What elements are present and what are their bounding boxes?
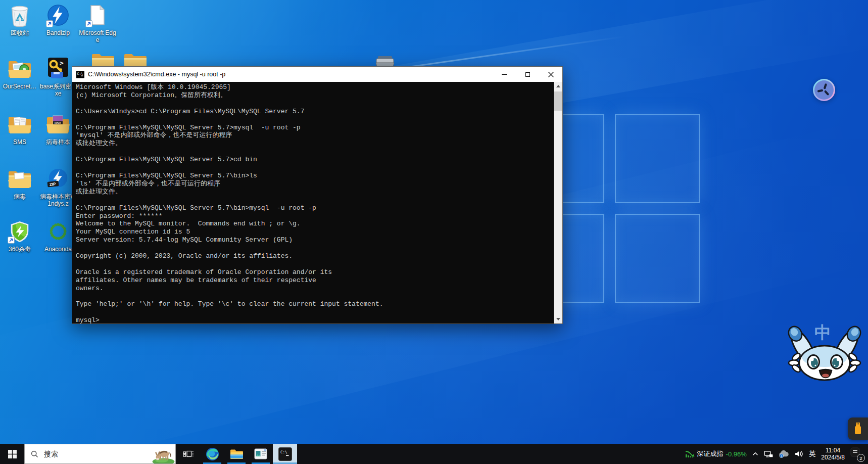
shortcut-arrow-icon xyxy=(85,20,92,27)
usb-eject-widget[interactable] xyxy=(848,417,868,440)
usb-drive-icon xyxy=(853,422,863,436)
taskbar: C:\ 深证成指 -0.96% xyxy=(0,444,868,464)
search-icon xyxy=(31,450,38,458)
desktop-pet-mascot[interactable] xyxy=(781,318,868,384)
taskbar-edge[interactable] xyxy=(200,444,224,464)
task-view-button[interactable] xyxy=(176,444,200,464)
icon-label: Anaconda xyxy=(44,246,72,253)
desktop-icon-360-antivirus[interactable]: 360杀毒 xyxy=(1,219,39,253)
notification-center-button[interactable]: 2 xyxy=(850,447,864,460)
folder-icon xyxy=(8,167,32,191)
tray-chevron-up-icon[interactable] xyxy=(752,452,758,456)
clock-time: 11:04 xyxy=(821,447,845,454)
icon-label: OurSecret… xyxy=(3,83,37,90)
folder-rar-icon: RAR xyxy=(46,112,70,136)
svg-text:C:\: C:\ xyxy=(77,72,83,76)
windows-logo-pane xyxy=(615,214,700,303)
taskbar-photos-app[interactable] xyxy=(249,444,273,464)
assistant-logo-icon xyxy=(814,80,834,100)
window-titlebar[interactable]: C:\ C:\Windows\system32\cmd.exe - mysql … xyxy=(72,67,562,82)
cmd-window: C:\ C:\Windows\system32\cmd.exe - mysql … xyxy=(72,66,563,324)
desktop-icon-virus[interactable]: 病毒 xyxy=(1,167,39,200)
notification-count-badge: 2 xyxy=(857,454,865,462)
icon-label: 回收站 xyxy=(11,29,29,36)
folder-photo-icon xyxy=(8,57,32,81)
close-button[interactable] xyxy=(539,67,562,82)
system-tray: 深证成指 -0.96% i 英 11:04 xyxy=(685,444,868,464)
maximize-button[interactable] xyxy=(516,67,539,82)
shortcut-arrow-icon xyxy=(46,20,53,27)
blank-file-icon xyxy=(85,3,110,27)
svg-text:C:\: C:\ xyxy=(280,449,287,454)
stock-ticker[interactable]: 深证成指 -0.96% xyxy=(685,449,747,458)
search-doodle-donkey-image[interactable] xyxy=(152,444,175,463)
anaconda-icon xyxy=(46,219,70,244)
bandizip-icon xyxy=(46,3,70,27)
shortcut-arrow-icon xyxy=(8,237,15,244)
terminal-area[interactable]: Microsoft Windows [版本 10.0.19045.2965] (… xyxy=(72,82,562,323)
stock-chart-icon xyxy=(685,450,695,458)
icon-label: 病毒样本 xyxy=(46,138,70,146)
stock-name: 深证成指 xyxy=(697,449,724,458)
stock-change: -0.96% xyxy=(726,450,747,458)
start-button[interactable] xyxy=(0,444,24,464)
svg-text:>: > xyxy=(60,59,64,67)
volume-icon[interactable] xyxy=(794,450,803,457)
icon-label: Microsoft Edge xyxy=(78,29,117,43)
desktop-icon-bandizip[interactable]: Bandizip xyxy=(39,3,77,36)
icon-label: SMS xyxy=(13,138,26,146)
taskbar-file-explorer[interactable] xyxy=(224,444,249,464)
windows-logo-pane xyxy=(615,114,700,203)
window-title: C:\Windows\system32\cmd.exe - mysql -u r… xyxy=(88,71,225,78)
minimize-button[interactable] xyxy=(493,67,516,82)
desktop-screen: 回收站 OurSecret… S xyxy=(0,0,868,464)
terminal-output[interactable]: Microsoft Windows [版本 10.0.19045.2965] (… xyxy=(72,82,562,323)
desktop-icon-oursecret[interactable]: OurSecret… xyxy=(1,57,39,90)
clock-date: 2024/5/8 xyxy=(821,454,845,461)
icon-label: Bandizip xyxy=(46,29,70,36)
desktop-icon-sms[interactable]: SMS xyxy=(1,112,39,146)
assistant-float-button[interactable] xyxy=(813,79,835,101)
console-key-icon: > xyxy=(46,57,70,81)
windows-logo-icon xyxy=(8,450,17,458)
icon-label: 病毒 xyxy=(14,193,26,200)
scrollbar[interactable] xyxy=(554,82,562,323)
taskbar-cmd[interactable]: C:\ xyxy=(273,444,297,464)
svg-text:ZIP: ZIP xyxy=(49,182,56,187)
icon-label: 360杀毒 xyxy=(9,246,31,253)
recycle-bin-icon xyxy=(8,3,32,27)
edge-icon xyxy=(206,447,219,461)
onedrive-cloud-icon[interactable]: i xyxy=(779,450,789,458)
folder-documents-icon xyxy=(8,112,32,136)
network-icon[interactable] xyxy=(764,450,773,457)
bandizip-zip-icon: ZIP xyxy=(46,167,70,191)
scroll-down-icon[interactable] xyxy=(556,318,560,320)
taskbar-search[interactable] xyxy=(24,444,176,464)
cmd-icon: C:\ xyxy=(278,447,292,461)
scrollbar-thumb[interactable] xyxy=(554,91,562,111)
shield-icon xyxy=(8,219,32,244)
app-window-icon xyxy=(254,448,267,459)
task-view-icon xyxy=(183,450,194,458)
language-indicator[interactable]: 英 xyxy=(809,449,816,458)
cmd-icon: C:\ xyxy=(76,71,84,78)
scroll-up-icon[interactable] xyxy=(556,85,560,87)
svg-text:RAR: RAR xyxy=(55,121,61,124)
desktop-icon-edge[interactable]: Microsoft Edge xyxy=(77,3,118,43)
file-explorer-icon xyxy=(230,448,244,460)
taskbar-clock[interactable]: 11:04 2024/5/8 xyxy=(821,447,845,461)
desktop-icon-recycle-bin[interactable]: 回收站 xyxy=(1,3,39,36)
